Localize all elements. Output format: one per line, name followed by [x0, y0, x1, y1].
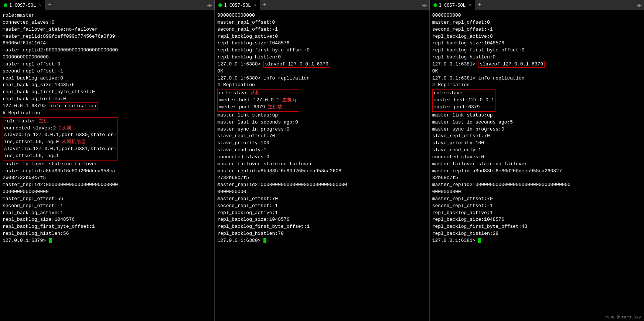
- p3-line-19: 0000000000: [432, 189, 641, 196]
- tab-add-panel1[interactable]: +: [45, 2, 55, 9]
- p2-line-8: master_link_status:up: [217, 112, 426, 119]
- tab-close-panel1[interactable]: ✕: [39, 3, 41, 7]
- p3-line-14: connected_slaves:0: [432, 154, 641, 161]
- line-7: 0000000000000000: [3, 54, 212, 61]
- p3-line-9: master_last_io_seconds_ago:5: [432, 119, 641, 126]
- line-10: repl_backlog_active:0: [3, 75, 212, 82]
- line-15: master_failover_state:no-failover: [3, 161, 212, 168]
- tab-dot-panel1: [4, 3, 7, 7]
- tab-dot-panel2: [218, 3, 222, 7]
- p2-line-11: slave_repl_offset:70: [217, 133, 426, 140]
- tab-close-panel2[interactable]: ✕: [254, 3, 256, 7]
- p3-line-21: second_repl_offset:-1: [432, 203, 641, 210]
- line-12: repl_backlog_first_byte_offset:0: [3, 89, 212, 96]
- p3-line-16: master_replid:a8bd83bf6c80d260deea958ca2…: [432, 168, 641, 175]
- p3-cmd-info: 127.0.0.1:6381> info replication: [432, 75, 641, 82]
- p2-line-25: repl_backlog_histlen:70: [217, 230, 426, 237]
- p2-line-23: repl_backlog_size:1048576: [217, 216, 426, 223]
- line-11: repl_backlog_size:1048576: [3, 82, 212, 89]
- p3-line-3: second_repl_offset:-1: [432, 26, 641, 33]
- tab-add-panel3[interactable]: +: [475, 2, 484, 9]
- tab-label-panel1: 1 COS7-SQL: [9, 3, 36, 8]
- p2-line-21: second_repl_offset:-1: [217, 203, 426, 210]
- p2-replication: # Replication: [217, 82, 426, 89]
- p2-line-19: 0000000000: [217, 189, 426, 196]
- p2-ok: OK: [217, 68, 426, 75]
- tab-add-panel2[interactable]: +: [260, 2, 270, 9]
- p2-prompt[interactable]: 127.0.0.1:6380>: [217, 237, 426, 244]
- p3-line-8: master_link_status:up: [432, 112, 641, 119]
- line-3: master_failover_state:no-failover: [3, 26, 212, 33]
- p3-replication: # Replication: [432, 82, 641, 89]
- tab-label-panel3: 1 COS7-SQL: [439, 3, 466, 8]
- p2-line-4: repl_backlog_active:0: [217, 33, 426, 40]
- line-1: role:master: [3, 12, 212, 19]
- p3-ok: OK: [432, 68, 641, 75]
- line-25: repl_backlog_histlen:56: [3, 230, 212, 237]
- p2-line-15: master_failover_state:no-failover: [217, 161, 426, 168]
- line-4: master_replid:899fcaff099c77456e76a0f89: [3, 33, 212, 40]
- line-5: 65005df61d110f4: [3, 40, 212, 47]
- p2-line-14: connected_slaves:0: [217, 154, 426, 161]
- p3-line-4: repl_backlog_active:0: [432, 33, 641, 40]
- line-cmd1: 127.0.0.1:6379> info replication: [3, 103, 212, 110]
- line-22: repl_backlog_active:1: [3, 210, 212, 217]
- p2-line-2: master_repl_offset:0: [217, 19, 426, 26]
- p3-line-6: repl_backlog_first_byte_offset:0: [432, 47, 641, 54]
- p2-cmd-slaveof: 127.0.0.1:6380> slaveof 127.0.0.1 6379: [217, 61, 426, 68]
- p3-line-13: slave_read_only:1: [432, 147, 641, 154]
- p3-line-20: master_repl_offset:70: [432, 196, 641, 203]
- tab-panel2[interactable]: 1 COS7-SQL ✕: [215, 0, 260, 10]
- line-9: second_repl_offset:-1: [3, 68, 212, 75]
- p3-line-11: slave_repl_offset:70: [432, 133, 641, 140]
- p2-line-22: repl_backlog_active:1: [217, 210, 426, 217]
- p2-line-18: master_replid2:0000000000000000000000000…: [217, 182, 426, 189]
- line-18: master_replid2:0000000000000000000000000: [3, 182, 212, 189]
- line-16: master_replid:a8bd83bf6c80d260deea958ca: [3, 168, 212, 175]
- p3-line-18: master_replid2:0000000000000000000000000…: [432, 182, 641, 189]
- p2-cmd-info: 127.0.0.1:6380> info replication: [217, 75, 426, 82]
- p3-line-17: 32b68c7f5: [432, 175, 641, 182]
- p3-line-2: master_repl_offset:0: [432, 19, 641, 26]
- line-prompt1[interactable]: 127.0.0.1:6379>: [3, 237, 212, 244]
- master-info-box: role:master 主机 connected_slaves:2 2从属 sl…: [3, 117, 118, 160]
- line-14: # Replication: [3, 110, 212, 117]
- p2-line-5: repl_backlog_size:1048576: [217, 40, 426, 47]
- line-21: second_repl_offset:-1: [3, 203, 212, 210]
- terminal-panel-2: 0000000000000 master_repl_offset:0 secon…: [215, 10, 429, 321]
- line-24: repl_backlog_first_byte_offset:1: [3, 223, 212, 230]
- terminal-panel-3: 0000000000 master_repl_offset:0 second_r…: [430, 10, 644, 321]
- slave-info-box-2: role:slave 从机 master_host:127.0.0.1 主机ip…: [217, 89, 299, 112]
- line-2: connected_slaves:0: [3, 19, 212, 26]
- p3-prompt[interactable]: 127.0.0.1:6381>: [432, 237, 641, 244]
- p3-line-24: repl_backlog_first_byte_offset:43: [432, 223, 641, 230]
- p3-line-25: repl_backlog_histlen:28: [432, 230, 641, 237]
- terminal-panel-1: role:master connected_slaves:0 master_fa…: [0, 10, 215, 321]
- slave-info-box-3: role:slave master_host:127.0.0.1 master_…: [432, 89, 496, 112]
- p3-line-10: master_sync_in_progress:0: [432, 126, 641, 133]
- p2-line-17: 2732b68c7f5: [217, 175, 426, 182]
- p2-line-13: slave_read_only:1: [217, 147, 426, 154]
- tab-panel1[interactable]: 1 COS7-SQL ✕: [0, 0, 45, 10]
- line-23: repl_backlog_size:1048576: [3, 216, 212, 223]
- tab-label-panel2: 1 COS7-SQL: [224, 3, 251, 8]
- p3-line-1: 0000000000: [432, 12, 641, 19]
- p3-line-15: master_failover_state:no-failover: [432, 161, 641, 168]
- p2-line-3: second_repl_offset:-1: [217, 26, 426, 33]
- p2-line-9: master_last_io_seconds_ago:0: [217, 119, 426, 126]
- line-19: 0000000000000000: [3, 189, 212, 196]
- line-17: 26082732b68c7f5: [3, 175, 212, 182]
- p2-line-16: master_replid:a8bd83bf6c80d260deea958ca2…: [217, 168, 426, 175]
- p2-line-6: repl_backlog_first_byte_offset:0: [217, 47, 426, 54]
- p3-line-7: repl_backlog_histlen:0: [432, 54, 641, 61]
- p2-line-7: repl_backlog_histlen:0: [217, 54, 426, 61]
- p2-line-1: 0000000000000: [217, 12, 426, 19]
- line-20: master_repl_offset:56: [3, 196, 212, 203]
- p2-line-10: master_sync_in_progress:0: [217, 126, 426, 133]
- tab-close-panel3[interactable]: ✕: [469, 3, 471, 7]
- tab-panel3[interactable]: 1 COS7-SQL ✕: [430, 0, 475, 10]
- p3-line-22: repl_backlog_active:1: [432, 210, 641, 217]
- p3-cmd-slaveof: 127.0.0.1:6381> slaveof 127.0.0.1 6379: [432, 61, 641, 68]
- p3-line-5: repl_backlog_size:1048576: [432, 40, 641, 47]
- p3-line-23: repl_backlog_size:1048576: [432, 216, 641, 223]
